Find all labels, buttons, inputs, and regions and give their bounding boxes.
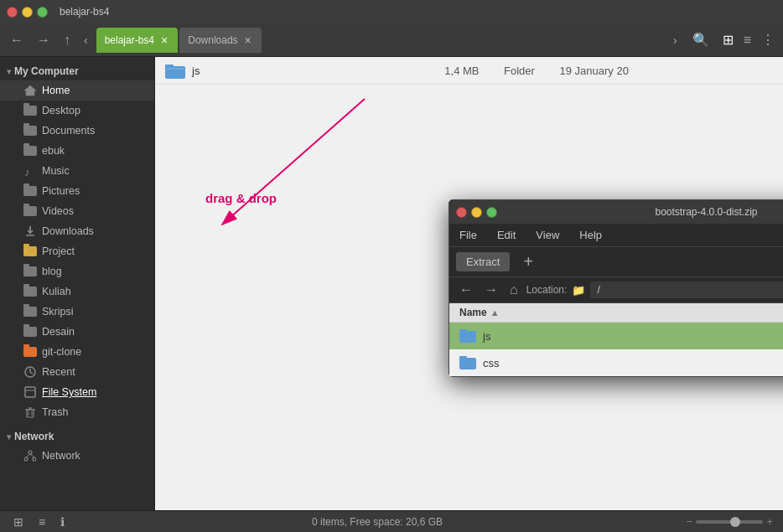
folder-icon bbox=[23, 204, 37, 218]
zip-location-label: Location: bbox=[526, 284, 568, 296]
zip-menu-help[interactable]: Help bbox=[576, 225, 605, 245]
chevron-down-icon: ▾ bbox=[7, 432, 11, 442]
folder-icon bbox=[23, 285, 37, 298]
sidebar-item-skripsi[interactable]: Skripsi bbox=[0, 302, 154, 322]
home-icon bbox=[23, 84, 37, 97]
sidebar-item-label: Music bbox=[42, 165, 70, 177]
next-tab-button[interactable]: › bbox=[668, 30, 682, 50]
sidebar-item-label: Desktop bbox=[42, 105, 80, 116]
add-button[interactable]: + bbox=[516, 251, 540, 273]
sidebar-item-home[interactable]: Home bbox=[0, 80, 154, 101]
zip-forward-button[interactable]: → bbox=[481, 281, 501, 299]
status-icon-grid[interactable]: ⊞ bbox=[10, 514, 27, 530]
zip-folder-icon bbox=[459, 329, 476, 343]
window-maximize-button[interactable] bbox=[37, 7, 48, 18]
zip-back-button[interactable]: ← bbox=[456, 281, 476, 299]
view-controls: 🔍 ⊞ ≡ ⋮ bbox=[686, 28, 778, 51]
status-icon-info[interactable]: ℹ bbox=[57, 514, 68, 530]
zip-close-button[interactable] bbox=[456, 207, 467, 218]
tab-close-button[interactable]: × bbox=[243, 34, 253, 46]
status-icon-list[interactable]: ≡ bbox=[35, 514, 49, 530]
sidebar-item-documents[interactable]: Documents bbox=[0, 121, 154, 141]
search-button[interactable]: 🔍 bbox=[686, 28, 716, 51]
sidebar-item-git-clone[interactable]: git-clone bbox=[0, 342, 154, 362]
tab-close-button[interactable]: × bbox=[159, 34, 169, 46]
file-date: 19 January 20 bbox=[560, 65, 774, 77]
folder-icon bbox=[23, 265, 37, 278]
zip-minimize-button[interactable] bbox=[471, 207, 482, 218]
sort-icon: ▲ bbox=[490, 307, 500, 318]
grid-view-button[interactable]: ⊞ bbox=[719, 28, 737, 51]
svg-line-20 bbox=[30, 454, 34, 457]
tab-label: belajar-bs4 bbox=[105, 34, 154, 46]
svg-rect-9 bbox=[25, 387, 35, 397]
zip-menu-view[interactable]: View bbox=[532, 225, 563, 245]
zip-name-header[interactable]: Name ▲ bbox=[459, 307, 783, 318]
sidebar-item-blog[interactable]: blog bbox=[0, 261, 154, 281]
svg-line-19 bbox=[26, 454, 30, 457]
zip-menu-edit[interactable]: Edit bbox=[494, 225, 519, 245]
up-button[interactable]: ↑ bbox=[59, 29, 75, 51]
sidebar-item-label: Network bbox=[42, 450, 80, 462]
sidebar-item-desktop[interactable]: Desktop bbox=[0, 101, 154, 121]
svg-point-18 bbox=[33, 457, 36, 461]
zip-title-label: bootstrap-4.0.0-dist.zip bbox=[504, 206, 783, 218]
tab-belajar-bs4[interactable]: belajar-bs4 × bbox=[96, 28, 179, 53]
svg-text:♪: ♪ bbox=[24, 166, 30, 177]
sidebar-item-ebuk[interactable]: ebuk bbox=[0, 141, 154, 161]
sidebar-item-videos[interactable]: Videos bbox=[0, 201, 154, 221]
drag-drop-label: drag & drop bbox=[205, 191, 277, 205]
file-size: 1,4 MB bbox=[412, 65, 480, 77]
sidebar-item-file-system[interactable]: File System bbox=[0, 382, 154, 402]
zip-menu-file[interactable]: File bbox=[456, 225, 480, 245]
folder-icon bbox=[23, 325, 37, 338]
zoom-slider[interactable] bbox=[696, 520, 763, 524]
folder-icon bbox=[23, 305, 37, 318]
zip-location-bar: ← → ⌂ Location: 📁 bbox=[449, 277, 783, 303]
zip-folder-icon bbox=[459, 356, 476, 369]
back-button[interactable]: ← bbox=[5, 29, 29, 51]
status-text: 0 items, Free space: 20,6 GB bbox=[76, 516, 678, 528]
music-icon: ♪ bbox=[23, 164, 37, 178]
file-type: Folder bbox=[486, 65, 553, 77]
extract-button[interactable]: Extract bbox=[456, 252, 510, 271]
sidebar-item-label: Kuliah bbox=[42, 286, 71, 297]
forward-button[interactable]: → bbox=[32, 29, 55, 51]
folder-orange-icon bbox=[23, 345, 37, 359]
sidebar-item-trash[interactable]: Trash bbox=[0, 402, 154, 422]
sidebar-item-label: Pictures bbox=[42, 185, 80, 197]
sidebar-item-desain[interactable]: Desain bbox=[0, 322, 154, 342]
nav-bar: ← → ↑ ‹ belajar-bs4 × Downloads × › 🔍 ⊞ … bbox=[0, 23, 783, 57]
file-row[interactable]: js 1,4 MB Folder 19 January 20 bbox=[155, 57, 783, 85]
zoom-slider-area: − + bbox=[687, 515, 773, 528]
zip-home-button[interactable]: ⌂ bbox=[506, 281, 521, 299]
sidebar-item-pictures[interactable]: Pictures bbox=[0, 181, 154, 201]
status-bar: ⊞ ≡ ℹ 0 items, Free space: 20,6 GB − + bbox=[0, 510, 783, 532]
sidebar-item-music[interactable]: ♪ Music bbox=[0, 161, 154, 181]
trash-icon bbox=[23, 405, 37, 419]
tabs-area: belajar-bs4 × Downloads × bbox=[96, 28, 665, 53]
tab-label: Downloads bbox=[188, 34, 237, 46]
zip-file-row-js[interactable]: js 1,4 MB bbox=[449, 323, 783, 349]
window-close-button[interactable] bbox=[7, 7, 18, 18]
sidebar-item-project[interactable]: Project bbox=[0, 241, 154, 261]
sidebar-item-network[interactable]: Network bbox=[0, 446, 154, 466]
tab-downloads[interactable]: Downloads × bbox=[179, 28, 262, 53]
sidebar-section-label: My Computer bbox=[14, 65, 79, 77]
more-options-button[interactable]: ⋮ bbox=[758, 28, 778, 51]
list-view-button[interactable]: ≡ bbox=[740, 29, 754, 51]
window-minimize-button[interactable] bbox=[22, 7, 33, 18]
zip-maximize-button[interactable] bbox=[486, 207, 497, 218]
sidebar-section-my-computer[interactable]: ▾ My Computer bbox=[0, 62, 154, 80]
prev-tab-button[interactable]: ‹ bbox=[79, 30, 93, 50]
sidebar-item-kuliah[interactable]: Kuliah bbox=[0, 281, 154, 302]
network-icon bbox=[23, 449, 37, 462]
folder-yellow-icon bbox=[23, 245, 37, 258]
zip-location-folder-icon: 📁 bbox=[572, 284, 585, 297]
sidebar-section-network[interactable]: ▾ Network bbox=[0, 427, 154, 446]
zip-file-row-css[interactable]: css 1,6 MB bbox=[449, 349, 783, 376]
sidebar-item-downloads[interactable]: Downloads bbox=[0, 221, 154, 241]
sidebar-item-recent[interactable]: Recent bbox=[0, 362, 154, 382]
zip-location-input[interactable] bbox=[590, 281, 783, 298]
sidebar-item-label: Skripsi bbox=[42, 306, 74, 318]
